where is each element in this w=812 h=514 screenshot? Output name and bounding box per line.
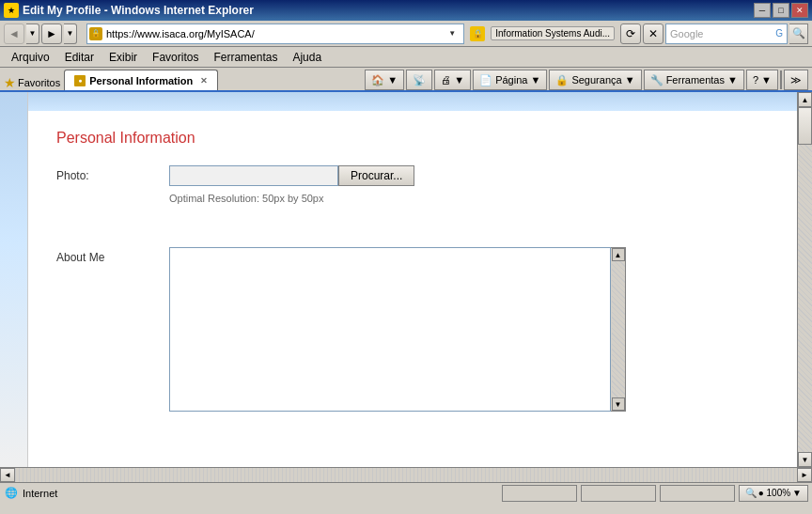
scroll-track (798, 145, 812, 452)
about-me-label: About Me (56, 247, 169, 264)
status-bar: 🌐 Internet 🔍 ● 100% ▼ (0, 482, 812, 503)
page-top-banner (28, 92, 797, 111)
favorites-label[interactable]: Favoritos (18, 77, 60, 88)
print-button[interactable]: 🖨 ▼ (434, 70, 471, 90)
scroll-right-button[interactable]: ► (797, 468, 812, 482)
textarea-scroll-track (612, 261, 625, 397)
browser-content: Personal Information Photo: Procurar... … (0, 92, 812, 467)
back-button[interactable]: ◄ (4, 23, 24, 44)
back-dropdown[interactable]: ▼ (26, 23, 39, 44)
title-bar-icon: ★ (4, 3, 19, 18)
page-body: Personal Information Photo: Procurar... … (28, 111, 797, 467)
home-button[interactable]: 🏠 ▼ (365, 70, 404, 90)
file-input-container: Procurar... (169, 165, 414, 186)
page-button[interactable]: 📄 Página ▼ (473, 70, 547, 90)
textarea-scroll-up[interactable]: ▲ (612, 248, 625, 261)
zoom-icon: 🔍 (745, 488, 757, 498)
tab-bar: ★ Favoritos ● Personal Information ✕ 🏠 ▼… (0, 68, 812, 92)
left-accent (0, 92, 28, 467)
menu-exibir[interactable]: Exibir (102, 49, 145, 66)
scroll-thumb[interactable] (798, 107, 812, 145)
search-engine-icon: G (775, 28, 783, 39)
main-page-content: Personal Information Photo: Procurar... … (28, 92, 797, 467)
scroll-left-button[interactable]: ◄ (0, 468, 15, 482)
search-bar[interactable]: Google G (665, 23, 788, 44)
close-button[interactable]: ✕ (791, 3, 808, 18)
browse-button[interactable]: Procurar... (338, 165, 414, 186)
scroll-up-button[interactable]: ▲ (798, 92, 812, 107)
photo-row: Photo: Procurar... Optimal Resolution: 5… (56, 165, 769, 204)
photo-label: Photo: (56, 165, 169, 182)
tab-label: Personal Information (89, 75, 193, 86)
forward-button[interactable]: ► (41, 23, 62, 44)
address-dropdown-arrow[interactable]: ▼ (448, 29, 461, 38)
extra-button[interactable]: ≫ (784, 70, 808, 90)
favorites-star-icon: ★ (4, 75, 16, 90)
rss-button[interactable]: 📡 (406, 70, 432, 90)
page-security-icon: 🔒 (470, 26, 485, 41)
refresh-stop-group: ⟳ ✕ (620, 23, 664, 44)
title-bar-buttons: ─ □ ✕ (754, 3, 808, 18)
menu-bar: Arquivo Editar Exibir Favoritos Ferramen… (0, 47, 812, 68)
about-me-control: ▲ ▼ (169, 247, 626, 412)
zoom-button[interactable]: 🔍 ● 100% ▼ (739, 485, 808, 502)
menu-ajuda[interactable]: Ajuda (285, 49, 329, 66)
tab-edit-my-profile[interactable]: ● Personal Information ✕ (64, 70, 218, 90)
section-title: Personal Information (56, 130, 769, 147)
menu-favoritos[interactable]: Favoritos (145, 49, 206, 66)
refresh-button[interactable]: ⟳ (620, 23, 641, 44)
stop-button[interactable]: ✕ (643, 23, 664, 44)
title-bar-text: Edit My Profile - Windows Internet Explo… (23, 4, 750, 17)
status-panel-1 (502, 485, 577, 502)
status-panel-3 (660, 485, 735, 502)
about-me-textarea[interactable] (169, 247, 611, 412)
about-me-row: About Me ▲ ▼ (56, 247, 769, 412)
status-right: 🔍 ● 100% ▼ (502, 485, 808, 502)
status-panel-2 (581, 485, 656, 502)
textarea-scrollbar: ▲ ▼ (611, 247, 626, 412)
security-button[interactable]: 🔒 Segurança ▼ (549, 70, 641, 90)
search-submit-button[interactable]: 🔍 (789, 23, 808, 44)
address-text: https://www.isaca.org/MyISACA/ (106, 28, 445, 39)
address-bar[interactable]: 🔒 https://www.isaca.org/MyISACA/ ▼ (86, 23, 464, 44)
zoom-level: ● 100% (758, 488, 790, 498)
tab-title-label: Information Systems Audi... (491, 26, 615, 40)
forward-dropdown[interactable]: ▼ (64, 23, 77, 44)
menu-ferramentas[interactable]: Ferramentas (206, 49, 285, 66)
help-button[interactable]: ? ▼ (746, 70, 778, 90)
scroll-down-button[interactable]: ▼ (798, 452, 812, 467)
right-scrollbar: ▲ ▼ (797, 92, 812, 467)
zoom-dropdown-icon: ▼ (792, 488, 802, 498)
tab-page-icon: ● (74, 75, 86, 86)
menu-arquivo[interactable]: Arquivo (4, 49, 57, 66)
menu-editar[interactable]: Editar (57, 49, 102, 66)
minimize-button[interactable]: ─ (754, 3, 771, 18)
tab-close-icon[interactable]: ✕ (200, 76, 208, 86)
restore-button[interactable]: □ (773, 3, 789, 18)
photo-control: Procurar... Optimal Resolution: 50px by … (169, 165, 414, 204)
address-security-icon: 🔒 (89, 27, 102, 40)
textarea-scroll-down[interactable]: ▼ (612, 397, 625, 411)
bottom-scrollbar: ◄ ► (0, 467, 812, 482)
photo-hint: Optimal Resolution: 50px by 50px (169, 193, 323, 204)
title-bar: ★ Edit My Profile - Windows Internet Exp… (0, 0, 812, 21)
photo-file-input[interactable] (169, 165, 338, 186)
tools-button[interactable]: 🔧 Ferramentas ▼ (644, 70, 744, 90)
search-placeholder: Google (670, 28, 772, 39)
internet-zone-icon: 🌐 (4, 486, 19, 501)
h-scroll-track (15, 468, 797, 482)
navigation-bar: ◄ ▼ ► ▼ 🔒 https://www.isaca.org/MyISACA/… (0, 21, 812, 47)
zone-label: Internet (23, 488, 57, 499)
